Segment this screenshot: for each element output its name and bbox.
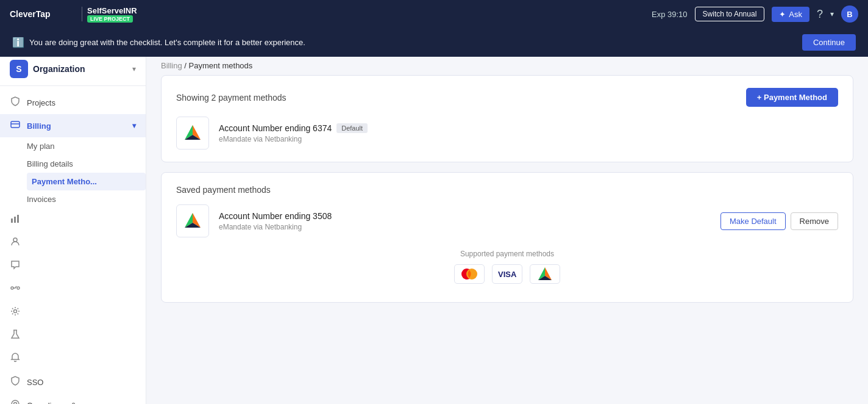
ask-label: Ask <box>789 10 802 19</box>
payment-actions: Make Default Remove <box>720 212 838 230</box>
billing-sub-payment-methods[interactable]: Payment Metho... <box>27 173 146 190</box>
help-icon[interactable]: ? <box>817 8 823 21</box>
saved-payment-sub: eMandate via Netbanking <box>219 223 711 231</box>
saved-account-label: Account Number ending 3508 <box>219 211 332 221</box>
card-header: Showing 2 payment methods + Payment Meth… <box>176 88 838 107</box>
sidebar-item-experiments[interactable] <box>0 324 146 347</box>
breadcrumb-current: Payment methods <box>189 61 253 70</box>
saved-account-name: Account Number ending 3508 <box>219 211 711 221</box>
sidebar-item-projects[interactable]: Projects <box>0 91 146 114</box>
default-account-label: Account Number ending 6374 <box>219 123 332 133</box>
svg-text:VISA: VISA <box>498 270 517 279</box>
saved-payment-card: Saved payment methods Account Number <box>161 172 853 303</box>
saved-payment-logo <box>176 204 209 237</box>
sidebar-item-notifications[interactable] <box>0 347 146 370</box>
saved-razorpay-logo <box>182 211 203 231</box>
sidebar-nav: Projects Billing ▾ My plan <box>0 86 146 404</box>
svg-text:CleverTap: CleverTap <box>10 9 51 19</box>
breadcrumb-billing[interactable]: Billing <box>161 61 182 70</box>
compliance-icon <box>10 399 21 404</box>
sso-icon <box>10 376 21 388</box>
saved-payment-item: Account Number ending 3508 eMandate via … <box>176 204 838 237</box>
billing-details-label: Billing details <box>27 159 73 168</box>
continue-button[interactable]: Continue <box>802 34 856 51</box>
my-plan-label: My plan <box>27 142 55 151</box>
chevron-down-icon[interactable]: ▾ <box>830 10 834 18</box>
supported-section: Supported payment methods <box>176 250 838 290</box>
sidebar-item-journey[interactable] <box>0 278 146 301</box>
add-payment-method-button[interactable]: + Payment Method <box>746 88 838 107</box>
invoices-label: Invoices <box>27 195 56 204</box>
switch-annual-button[interactable]: Switch to Annual <box>695 7 765 21</box>
journey-icon <box>10 283 21 295</box>
breadcrumb-separator: / <box>184 61 188 70</box>
sso-label: SSO <box>27 378 43 387</box>
gear-icon <box>10 306 21 319</box>
banner-message: You are doing great with the checklist. … <box>29 38 305 47</box>
default-badge: Default <box>336 123 368 133</box>
experiments-icon <box>10 330 21 342</box>
default-payment-info: Account Number ending 6374 Default eMand… <box>219 123 838 143</box>
svg-rect-4 <box>14 217 16 223</box>
sidebar: S Organization ▾ Projects <box>0 52 146 404</box>
chart-icon <box>10 214 21 226</box>
default-account-name: Account Number ending 6374 Default <box>219 123 838 133</box>
sidebar-item-billing[interactable]: Billing ▾ <box>0 114 146 137</box>
billing-sub-details[interactable]: Billing details <box>27 155 146 173</box>
visa-logo: VISA <box>492 264 522 284</box>
chat-icon <box>10 260 21 272</box>
exp-timer: Exp 39:10 <box>652 10 688 19</box>
sidebar-item-analytics[interactable] <box>0 208 146 231</box>
svg-point-9 <box>14 310 17 313</box>
sidebar-item-engage[interactable] <box>0 254 146 278</box>
svg-rect-5 <box>17 215 19 223</box>
compliance-label: Compliance & ... <box>27 401 85 405</box>
main-layout: S Organization ▾ Projects <box>0 52 868 404</box>
clevertap-logo: CleverTap <box>10 7 77 21</box>
org-label: Organization <box>33 64 85 74</box>
razorpay-payment-logo <box>530 264 560 284</box>
contacts-icon <box>10 237 21 249</box>
default-payment-card: Showing 2 payment methods + Payment Meth… <box>161 75 853 162</box>
sidebar-projects-label: Projects <box>27 98 55 107</box>
default-payment-sub: eMandate via Netbanking <box>219 135 838 143</box>
billing-icon <box>10 120 21 132</box>
make-default-button[interactable]: Make Default <box>720 212 786 230</box>
billing-chevron-icon: ▾ <box>132 121 136 130</box>
saved-card-header: Saved payment methods <box>176 185 838 195</box>
sidebar-item-sso[interactable]: SSO <box>0 370 146 394</box>
sidebar-item-compliance[interactable]: Compliance & ... <box>0 394 146 404</box>
shield-icon <box>10 96 21 109</box>
logo-area: CleverTap SelfServeINR LIVE PROJECT <box>10 6 137 23</box>
supported-label: Supported payment methods <box>176 250 838 258</box>
sidebar-item-contacts[interactable] <box>0 231 146 254</box>
supported-logos: VISA <box>176 264 838 284</box>
topnav: CleverTap SelfServeINR LIVE PROJECT Exp … <box>0 0 868 28</box>
checklist-banner: ℹ️ You are doing great with the checklis… <box>0 28 868 57</box>
topnav-right: Exp 39:10 Switch to Annual ✦ Ask ? ▾ B <box>652 5 858 23</box>
logo-divider <box>82 7 82 21</box>
remove-button[interactable]: Remove <box>791 212 838 230</box>
info-icon: ℹ️ <box>12 37 24 48</box>
svg-point-7 <box>11 287 13 289</box>
saved-title: Saved payment methods <box>176 185 271 195</box>
content-body: Showing 2 payment methods + Payment Meth… <box>146 75 868 327</box>
live-badge: LIVE PROJECT <box>87 15 133 23</box>
razorpay-logo <box>182 123 203 143</box>
showing-label: Showing 2 payment methods <box>176 93 286 103</box>
svg-point-6 <box>13 238 17 242</box>
default-payment-logo <box>176 117 209 150</box>
ask-button[interactable]: ✦ Ask <box>772 7 809 22</box>
mastercard-logo <box>454 264 485 284</box>
avatar[interactable]: B <box>841 5 858 23</box>
billing-submenu: My plan Billing details Payment Metho...… <box>0 137 146 208</box>
billing-sub-invoices[interactable]: Invoices <box>27 190 146 208</box>
payment-methods-label: Payment Metho... <box>32 177 97 186</box>
sidebar-org-section: S Organization ▾ <box>0 52 146 86</box>
org-chevron-icon[interactable]: ▾ <box>132 65 136 73</box>
billing-sub-myplan[interactable]: My plan <box>27 137 146 155</box>
sidebar-item-settings[interactable] <box>0 301 146 324</box>
main-content: Billing / Payment methods Showing 2 paym… <box>146 52 868 404</box>
project-block: SelfServeINR LIVE PROJECT <box>87 6 137 23</box>
project-name: SelfServeINR <box>87 6 137 15</box>
